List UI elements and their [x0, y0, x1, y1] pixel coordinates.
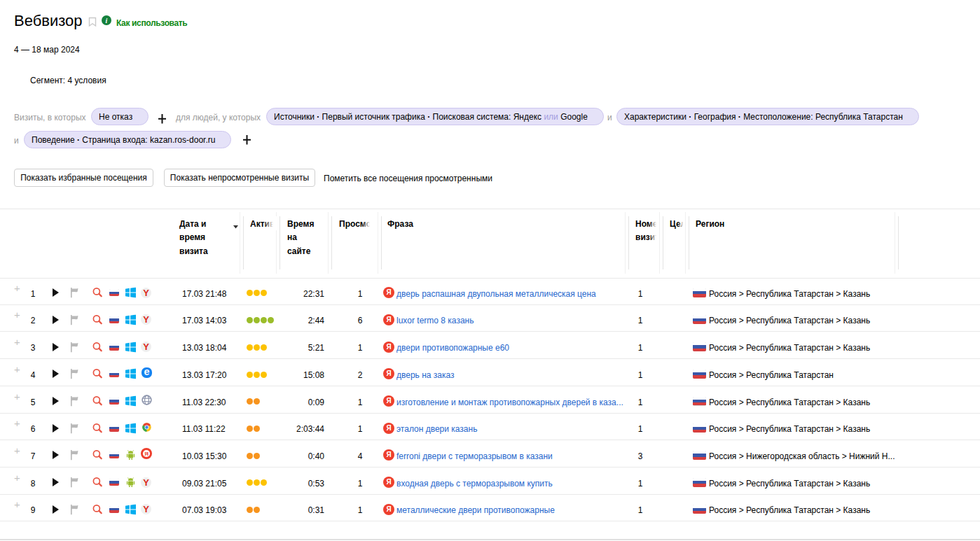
- svg-text:Я: Я: [144, 451, 149, 457]
- svg-text:i: i: [106, 17, 108, 24]
